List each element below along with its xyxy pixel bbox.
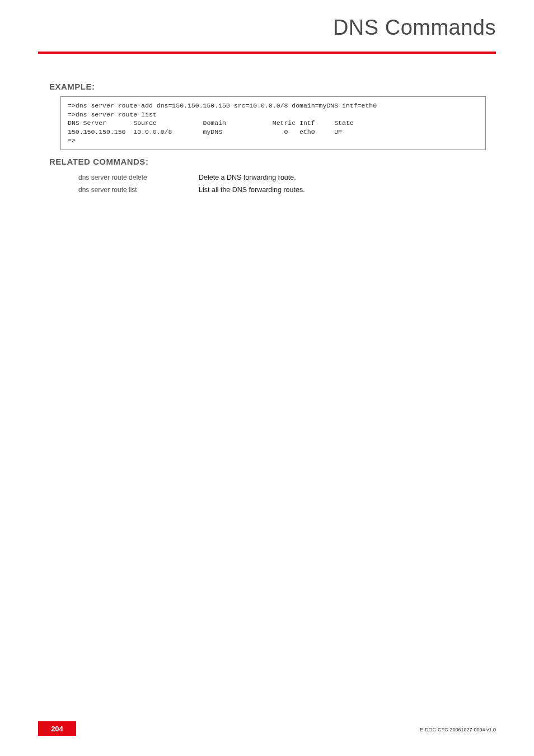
related-command-desc: Delete a DNS forwarding route. <box>199 174 437 181</box>
document-id: E-DOC-CTC-20061027-0004 v1.0 <box>420 727 496 732</box>
page: DNS Commands EXAMPLE: =>dns server route… <box>0 0 534 756</box>
related-row: dns server route list List all the DNS f… <box>78 186 437 194</box>
code-line: => <box>68 137 76 144</box>
code-line: =>dns server route add dns=150.150.150.1… <box>68 102 377 109</box>
related-command-name: dns server route delete <box>78 174 199 181</box>
code-line: =>dns server route list <box>68 111 157 118</box>
page-title: DNS Commands <box>333 16 496 40</box>
related-row: dns server route delete Delete a DNS for… <box>78 174 437 181</box>
related-commands-table: dns server route delete Delete a DNS for… <box>78 174 437 198</box>
example-codebox: =>dns server route add dns=150.150.150.1… <box>60 96 486 150</box>
related-command-desc: List all the DNS forwarding routes. <box>199 186 437 194</box>
footer: 204 E-DOC-CTC-20061027-0004 v1.0 <box>0 720 534 736</box>
page-number-badge: 204 <box>38 721 76 736</box>
code-line: DNS Server Source Domain Metric Intf Sta… <box>68 119 354 127</box>
related-heading: RELATED COMMANDS: <box>49 157 148 166</box>
accent-bar <box>38 52 496 54</box>
related-command-name: dns server route list <box>78 186 199 194</box>
header: DNS Commands <box>0 0 534 54</box>
example-heading: EXAMPLE: <box>49 82 95 91</box>
code-line: 150.150.150.150 10.0.0.0/8 myDNS 0 eth0 … <box>68 128 342 136</box>
